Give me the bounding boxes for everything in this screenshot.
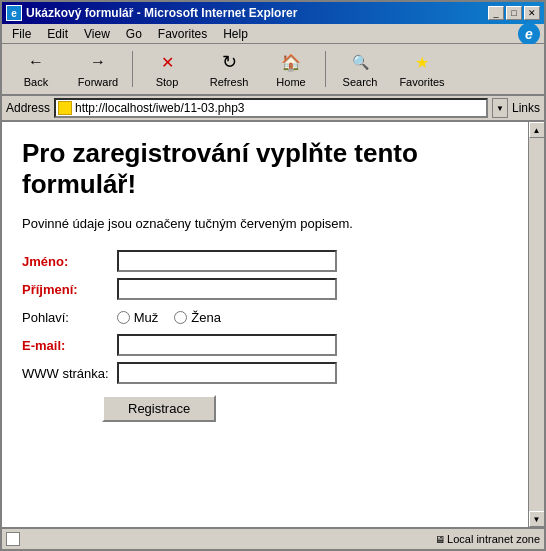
registration-form: Jméno: Příjmení: Pohlaví: bbox=[22, 247, 337, 387]
www-input[interactable] bbox=[117, 362, 337, 384]
email-label: E-mail: bbox=[22, 331, 117, 359]
pohlavi-cell: Muž Žena bbox=[117, 303, 337, 331]
refresh-icon bbox=[215, 50, 243, 74]
browser-icon: e bbox=[6, 5, 22, 21]
muz-radio[interactable] bbox=[117, 311, 130, 324]
status-indicator bbox=[6, 532, 20, 546]
table-row: Pohlaví: Muž Žena bbox=[22, 303, 337, 331]
page-icon bbox=[58, 101, 72, 115]
jmeno-input[interactable] bbox=[117, 250, 337, 272]
email-input[interactable] bbox=[117, 334, 337, 356]
title-bar-left: e Ukázkový formulář - Microsoft Internet… bbox=[6, 5, 297, 21]
menu-edit[interactable]: Edit bbox=[41, 26, 74, 42]
table-row: WWW stránka: bbox=[22, 359, 337, 387]
menu-view[interactable]: View bbox=[78, 26, 116, 42]
table-row: Jméno: bbox=[22, 247, 337, 275]
favorites-icon bbox=[408, 50, 436, 74]
jmeno-cell bbox=[117, 247, 337, 275]
forward-button[interactable]: Forward bbox=[68, 47, 128, 91]
prijmeni-input[interactable] bbox=[117, 278, 337, 300]
status-left bbox=[6, 532, 435, 546]
www-label: WWW stránka: bbox=[22, 359, 117, 387]
back-button[interactable]: Back bbox=[6, 47, 66, 91]
address-input-wrap: http://localhost/iweb/11-03.php3 bbox=[54, 98, 488, 118]
back-label: Back bbox=[24, 76, 48, 88]
search-icon bbox=[346, 50, 374, 74]
table-row: E-mail: bbox=[22, 331, 337, 359]
zena-option: Žena bbox=[174, 310, 221, 325]
search-label: Search bbox=[343, 76, 378, 88]
prijmeni-cell bbox=[117, 275, 337, 303]
scroll-up-button[interactable]: ▲ bbox=[529, 122, 545, 138]
scroll-down-button[interactable]: ▼ bbox=[529, 511, 545, 527]
address-url[interactable]: http://localhost/iweb/11-03.php3 bbox=[75, 101, 484, 115]
pohlavi-radio-group: Muž Žena bbox=[117, 310, 337, 325]
title-bar-buttons: _ □ ✕ bbox=[488, 6, 540, 20]
back-icon bbox=[22, 50, 50, 74]
address-label: Address bbox=[6, 101, 50, 115]
menu-go[interactable]: Go bbox=[120, 26, 148, 42]
toolbar: Back Forward Stop Refresh Home Search Fa… bbox=[2, 44, 544, 96]
ie-logo: e bbox=[518, 23, 540, 45]
page-heading: Pro zaregistrování vyplňte tento formulá… bbox=[22, 138, 508, 200]
forward-label: Forward bbox=[78, 76, 118, 88]
favorites-label: Favorites bbox=[399, 76, 444, 88]
maximize-button[interactable]: □ bbox=[506, 6, 522, 20]
title-bar: e Ukázkový formulář - Microsoft Internet… bbox=[2, 2, 544, 24]
zone-text: Local intranet zone bbox=[447, 533, 540, 545]
prijmeni-label: Příjmení: bbox=[22, 275, 117, 303]
table-row: Příjmení: bbox=[22, 275, 337, 303]
window-title: Ukázkový formulář - Microsoft Internet E… bbox=[26, 6, 297, 20]
toolbar-sep-1 bbox=[132, 51, 133, 87]
refresh-label: Refresh bbox=[210, 76, 249, 88]
minimize-button[interactable]: _ bbox=[488, 6, 504, 20]
status-right: 🖥 Local intranet zone bbox=[435, 533, 540, 545]
muz-label: Muž bbox=[134, 310, 159, 325]
zena-radio[interactable] bbox=[174, 311, 187, 324]
submit-row: Registrace bbox=[22, 395, 508, 422]
menu-favorites[interactable]: Favorites bbox=[152, 26, 213, 42]
jmeno-label: Jméno: bbox=[22, 247, 117, 275]
stop-icon bbox=[153, 50, 181, 74]
content-area: Pro zaregistrování vyplňte tento formulá… bbox=[2, 122, 544, 527]
scroll-track[interactable] bbox=[529, 138, 545, 511]
scrollbar-vertical[interactable]: ▲ ▼ bbox=[528, 122, 544, 527]
links-button[interactable]: Links bbox=[512, 101, 540, 115]
status-bar: 🖥 Local intranet zone bbox=[2, 527, 544, 549]
menu-bar: File Edit View Go Favorites Help e bbox=[2, 24, 544, 44]
forward-icon bbox=[84, 50, 112, 74]
zena-label: Žena bbox=[191, 310, 221, 325]
address-dropdown[interactable]: ▼ bbox=[492, 98, 508, 118]
menu-file[interactable]: File bbox=[6, 26, 37, 42]
browser-window: e Ukázkový formulář - Microsoft Internet… bbox=[0, 0, 546, 551]
home-label: Home bbox=[276, 76, 305, 88]
email-cell bbox=[117, 331, 337, 359]
muz-option: Muž bbox=[117, 310, 159, 325]
submit-button[interactable]: Registrace bbox=[102, 395, 216, 422]
toolbar-sep-2 bbox=[325, 51, 326, 87]
favorites-button[interactable]: Favorites bbox=[392, 47, 452, 91]
search-button[interactable]: Search bbox=[330, 47, 390, 91]
pohlavi-label: Pohlaví: bbox=[22, 303, 117, 331]
zone-icon: 🖥 bbox=[435, 534, 445, 545]
www-cell bbox=[117, 359, 337, 387]
stop-button[interactable]: Stop bbox=[137, 47, 197, 91]
home-button[interactable]: Home bbox=[261, 47, 321, 91]
refresh-button[interactable]: Refresh bbox=[199, 47, 259, 91]
close-button[interactable]: ✕ bbox=[524, 6, 540, 20]
menu-help[interactable]: Help bbox=[217, 26, 254, 42]
page-subtitle: Povinné údaje jsou označeny tučným červe… bbox=[22, 216, 508, 231]
page-content: Pro zaregistrování vyplňte tento formulá… bbox=[2, 122, 528, 527]
address-bar: Address http://localhost/iweb/11-03.php3… bbox=[2, 96, 544, 122]
stop-label: Stop bbox=[156, 76, 179, 88]
home-icon bbox=[277, 50, 305, 74]
